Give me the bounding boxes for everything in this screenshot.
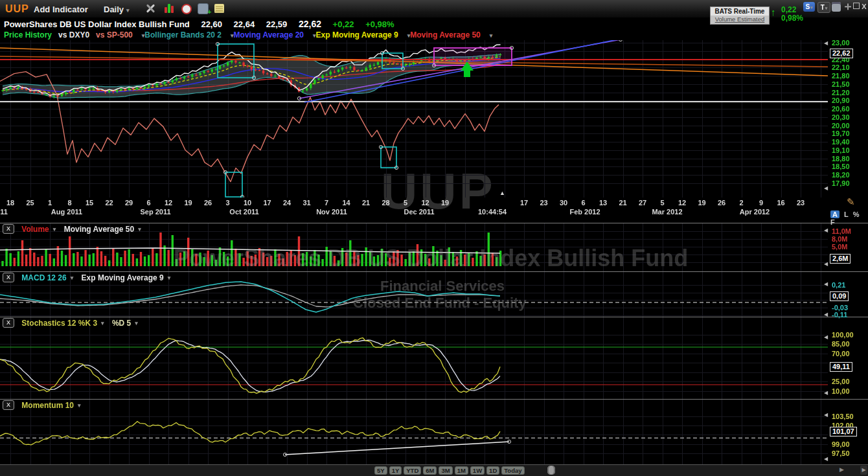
calculator-icon[interactable]: + — [197, 3, 210, 14]
momentum-panel-header: X Momentum 10▾ — [3, 400, 87, 411]
axis-tick-label: 17,90 — [832, 179, 850, 187]
x-axis-day-label: 10 — [244, 199, 251, 207]
axis-nudge-icon[interactable]: ◀ — [824, 40, 828, 46]
range-button-6m[interactable]: 6M — [423, 466, 437, 475]
axis-nudge-icon[interactable]: ◀ — [824, 312, 828, 317]
axis-tick-label: 10,00 — [832, 387, 850, 395]
x-axis-day-label: 18 — [6, 199, 14, 207]
axis-nudge-icon[interactable]: ◀ — [824, 412, 828, 418]
alert-clock-icon[interactable] — [180, 3, 193, 14]
axis-tick-label: 99,00 — [832, 440, 850, 448]
axis-nudge-icon[interactable]: ◀ — [824, 334, 828, 340]
chevron-down-icon[interactable]: ▾ — [71, 275, 74, 281]
close-icon[interactable]: X — [860, 2, 868, 12]
axis-nudge-icon[interactable]: ◀ — [824, 227, 828, 233]
scroll-right-icon[interactable]: ▶ — [839, 466, 844, 473]
save-icon[interactable] — [832, 2, 841, 12]
momentum-close-button[interactable]: X — [3, 400, 14, 410]
x-axis-day-label: 23 — [540, 199, 547, 207]
x-axis-day-label: 12 — [678, 199, 686, 207]
x-axis-day-label: 25 — [26, 199, 34, 207]
stochastics-d-label[interactable]: %D 5 — [112, 319, 131, 328]
open-price: 22,60 — [201, 19, 222, 29]
axis-mode-log[interactable]: L — [844, 210, 849, 218]
overlay-indicator-0[interactable]: Price History — [4, 30, 52, 40]
price-chart-canvas[interactable] — [0, 40, 868, 198]
axis-tick-label: 70,00 — [832, 350, 850, 357]
scroll-corner-button[interactable]: ▶ — [860, 466, 867, 475]
pencil-edit-icon[interactable]: ✎ — [847, 196, 855, 208]
axis-nudge-icon[interactable]: ◀ — [824, 456, 828, 462]
stochastics-chart-canvas[interactable] — [0, 317, 868, 399]
high-price: 22,64 — [234, 19, 255, 29]
macd-signal-label[interactable]: Exp Moving Average 9 — [82, 273, 164, 282]
chevron-down-icon[interactable]: ▾ — [231, 32, 234, 39]
overlay-indicator-6[interactable]: Moving Average 50 — [410, 30, 480, 40]
x-axis-month-label: Nov 2011 — [316, 208, 347, 216]
macd-close-button[interactable]: X — [3, 273, 14, 282]
chevron-down-icon[interactable]: ▾ — [53, 226, 56, 232]
axis-nudge-icon[interactable]: ◀ — [824, 185, 828, 191]
axis-mode-percent[interactable]: % — [853, 210, 860, 218]
range-button-1d[interactable]: 1D — [486, 466, 499, 475]
volume-ma-label[interactable]: Moving Average 50 — [64, 225, 134, 234]
overlay-indicator-4[interactable]: Moving Average 20 — [234, 30, 304, 40]
chevron-down-icon[interactable]: ▾ — [101, 320, 104, 326]
axis-nudge-icon[interactable]: ◀ — [824, 261, 828, 267]
x-axis-day-label: 8 — [67, 199, 71, 207]
x-axis-day-label: 7 — [325, 199, 328, 207]
x-axis-day-label: 6 — [146, 199, 150, 207]
chevron-down-icon[interactable]: ▾ — [78, 402, 81, 409]
notes-icon[interactable] — [214, 3, 227, 14]
overlay-indicator-2[interactable]: vs SP-500 — [96, 30, 133, 40]
range-button-today[interactable]: Today — [501, 466, 524, 475]
chevron-down-icon[interactable]: ▾ — [313, 32, 316, 39]
axis-tick-label: 20,30 — [832, 113, 850, 121]
x-axis-day-label: 9 — [759, 199, 763, 207]
axis-tick-label: 23,00 — [832, 39, 850, 47]
axis-nudge-icon[interactable]: ◀ — [824, 281, 828, 287]
time-scrollbar[interactable]: 5Y1YYTD6M3M1M1W1DToday ▶ ▶ — [0, 465, 868, 476]
volume-estimated-link[interactable]: Volume Estimated — [711, 16, 769, 24]
maximize-icon[interactable] — [852, 2, 860, 12]
axis-mode-fixed[interactable]: F — [830, 218, 835, 226]
add-indicator-button[interactable]: Add Indicator — [34, 5, 88, 14]
axis-tick-label: 25,00 — [832, 378, 850, 385]
datafeed-badge: BATS Real-Time Volume Estimated — [710, 6, 770, 25]
period-dropdown[interactable]: Daily▾ — [104, 5, 130, 14]
move-icon[interactable]: ✛ — [843, 2, 852, 12]
volume-close-button[interactable]: X — [3, 224, 14, 234]
stochastics-close-button[interactable]: X — [3, 318, 14, 328]
scrollbar-thumb[interactable] — [547, 466, 555, 475]
symbol-link-button[interactable]: S▾ — [803, 2, 815, 12]
overlay-indicator-5[interactable]: Exp Moving Average 9 — [316, 30, 398, 40]
chevron-down-icon[interactable]: ▾ — [138, 226, 141, 232]
axis-nudge-icon[interactable]: ◀ — [824, 390, 828, 396]
range-button-5y[interactable]: 5Y — [374, 466, 387, 475]
axis-tick-label: 11,0M — [832, 227, 851, 235]
range-button-1m[interactable]: 1M — [455, 466, 468, 475]
overlay-indicator-1[interactable]: vs DXY0 — [58, 30, 89, 40]
volume-label[interactable]: Volume — [21, 225, 49, 234]
chevron-down-icon[interactable]: ▾ — [490, 32, 493, 39]
momentum-chart-canvas[interactable] — [0, 399, 868, 464]
current-bar-marker: ▲ — [499, 190, 505, 196]
chevron-down-icon[interactable]: ▾ — [135, 320, 138, 326]
chevron-down-icon[interactable]: ▾ — [168, 275, 171, 281]
range-button-1w[interactable]: 1W — [470, 466, 485, 475]
tools-icon[interactable] — [144, 3, 157, 14]
momentum-label[interactable]: Momentum 10 — [21, 401, 74, 410]
axis-tick-label: 19,10 — [832, 146, 850, 154]
x-axis-day-label: 2 — [739, 199, 743, 207]
x-axis-month-label: Dec 2011 — [404, 208, 434, 216]
axis-mode-arithmetic[interactable]: A — [830, 210, 839, 218]
chart-style-icon[interactable] — [163, 3, 176, 14]
stochastics-label[interactable]: Stochastics 12 %K 3 — [21, 319, 97, 328]
chevron-down-icon: ▾ — [126, 7, 130, 14]
range-button-1y[interactable]: 1Y — [389, 466, 402, 475]
text-tool-button[interactable]: T▾ — [817, 2, 830, 13]
overlay-indicator-3[interactable]: Bollinger Bands 20 2 — [144, 30, 222, 40]
range-button-ytd[interactable]: YTD — [404, 466, 421, 475]
macd-label[interactable]: MACD 12 26 — [21, 273, 66, 282]
range-button-3m[interactable]: 3M — [439, 466, 452, 475]
